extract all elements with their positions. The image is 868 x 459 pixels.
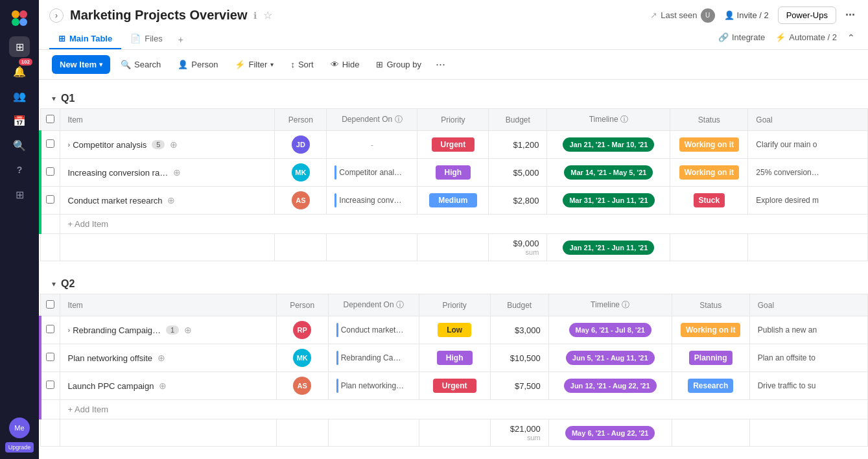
automate-button[interactable]: ⚡ Automate / 2: [775, 32, 837, 42]
add-subitem-icon[interactable]: ⊕: [159, 381, 167, 391]
row-timeline[interactable]: Jun 5, '21 - Aug 11, '21: [548, 344, 672, 372]
row-dep[interactable]: -: [327, 131, 417, 159]
row-status[interactable]: Research: [672, 372, 749, 400]
collapse-tabs-icon[interactable]: ⌃: [847, 32, 855, 43]
star-icon[interactable]: ☆: [263, 9, 272, 21]
hide-button[interactable]: 👁 Hide: [324, 56, 366, 73]
row-status[interactable]: Working on it: [672, 316, 749, 344]
row-status[interactable]: Working on it: [670, 131, 748, 159]
row-budget[interactable]: $3,000: [490, 316, 548, 344]
row-timeline[interactable]: May 6, '21 - Jul 8, '21: [548, 316, 672, 344]
group-q2-header[interactable]: ▾ Q2: [39, 274, 868, 294]
collapse-button[interactable]: ›: [49, 8, 64, 23]
row-goal[interactable]: Plan an offsite to: [749, 344, 867, 372]
row-priority[interactable]: Urgent: [419, 372, 490, 400]
tab-add-button[interactable]: +: [172, 30, 190, 49]
col-check-q2[interactable]: [40, 294, 60, 316]
new-item-button[interactable]: New Item ▾: [52, 55, 110, 74]
add-subitem-icon[interactable]: ⊕: [158, 353, 165, 363]
row-timeline[interactable]: Mar 31, '21 - Jun 11, '21: [547, 187, 670, 215]
sidebar-team-icon[interactable]: 👥: [9, 86, 30, 106]
row-priority[interactable]: Low: [419, 316, 490, 344]
row-item[interactable]: › Competitor analysis 5 ⊕: [60, 131, 275, 159]
row-budget[interactable]: $5,000: [489, 159, 547, 187]
add-subitem-icon[interactable]: ⊕: [173, 167, 181, 178]
group-q1-chevron[interactable]: ▾: [52, 94, 56, 103]
row-status[interactable]: Stuck: [670, 187, 748, 215]
filter-button[interactable]: ⚡ Filter ▾: [228, 56, 280, 73]
info-icon[interactable]: ℹ: [253, 10, 257, 21]
row-status[interactable]: Working on it: [670, 159, 748, 187]
row-budget[interactable]: $7,500: [490, 372, 548, 400]
row-goal[interactable]: 25% conversion…: [748, 159, 868, 187]
row-checkbox[interactable]: [40, 372, 60, 400]
tab-files[interactable]: 📄 Files: [121, 29, 171, 49]
sidebar-logo[interactable]: [8, 6, 31, 30]
toolbar-more-icon[interactable]: ···: [432, 55, 449, 74]
invite-button[interactable]: 👤 Invite / 2: [724, 10, 769, 20]
person-button[interactable]: 👤 Person: [171, 56, 224, 73]
row-person[interactable]: MK: [275, 159, 327, 187]
row-checkbox[interactable]: [40, 316, 60, 344]
sort-button[interactable]: ↕ Sort: [284, 56, 320, 73]
expand-icon[interactable]: ›: [68, 326, 71, 334]
tab-main-table[interactable]: ⊞ Main Table: [49, 29, 121, 49]
row-goal[interactable]: Clarify our main o: [748, 131, 868, 159]
row-person[interactable]: RP: [276, 316, 328, 344]
add-subitem-icon[interactable]: ⊕: [184, 325, 192, 335]
row-checkbox[interactable]: [40, 344, 60, 372]
row-goal[interactable]: Publish a new an: [749, 316, 867, 344]
row-status[interactable]: Planning: [672, 344, 749, 372]
row-dep[interactable]: Conduct market…: [328, 316, 419, 344]
sidebar-notification-icon[interactable]: 🔔 102: [9, 61, 30, 82]
row-person[interactable]: AS: [275, 187, 327, 215]
row-dep[interactable]: Competitor anal…: [327, 159, 417, 187]
row-item[interactable]: › Rebranding Campaig… 1 ⊕: [60, 316, 276, 344]
row-priority[interactable]: High: [417, 159, 489, 187]
add-subitem-icon[interactable]: ⊕: [170, 139, 178, 150]
upgrade-button[interactable]: Upgrade: [5, 442, 34, 453]
row-budget[interactable]: $2,800: [489, 187, 547, 215]
row-item[interactable]: Conduct market research ⊕: [60, 187, 275, 215]
row-checkbox[interactable]: [40, 131, 60, 159]
add-item-button[interactable]: + Add Item: [60, 215, 868, 234]
integrate-button[interactable]: 🔗 Integrate: [718, 32, 765, 42]
row-timeline[interactable]: Mar 14, '21 - May 5, '21: [547, 159, 670, 187]
row-person[interactable]: AS: [276, 372, 328, 400]
group-q1-header[interactable]: ▾ Q1: [39, 89, 868, 108]
more-options-icon[interactable]: ···: [845, 8, 855, 22]
row-dep[interactable]: Plan networking…: [328, 372, 419, 400]
row-item[interactable]: Launch PPC campaign ⊕: [60, 372, 276, 400]
row-timeline[interactable]: Jan 21, '21 - Mar 10, '21: [547, 131, 670, 159]
search-button[interactable]: 🔍 Search: [114, 56, 167, 73]
add-item-row[interactable]: + Add Item: [40, 400, 868, 419]
group-by-button[interactable]: ⊞ Group by: [369, 56, 427, 73]
row-dep[interactable]: Increasing conv…: [327, 187, 417, 215]
add-item-button[interactable]: + Add Item: [60, 400, 868, 419]
sidebar-apps-icon[interactable]: ⊞: [9, 184, 30, 205]
sidebar-search-icon[interactable]: 🔍: [9, 135, 30, 156]
sidebar-help-icon[interactable]: ?: [9, 159, 30, 180]
row-goal[interactable]: Drive traffic to su: [749, 372, 867, 400]
power-ups-button[interactable]: Power-Ups: [778, 6, 836, 24]
select-all-q1[interactable]: [46, 115, 54, 123]
expand-icon[interactable]: ›: [68, 141, 71, 148]
row-dep[interactable]: Rebranding Ca…: [328, 344, 419, 372]
add-item-row[interactable]: + Add Item: [40, 215, 868, 234]
row-priority[interactable]: Medium: [417, 187, 489, 215]
row-person[interactable]: JD: [275, 131, 327, 159]
add-subitem-icon[interactable]: ⊕: [167, 195, 175, 206]
row-checkbox[interactable]: [40, 187, 60, 215]
group-q2-chevron[interactable]: ▾: [52, 279, 56, 288]
row-priority[interactable]: High: [419, 344, 490, 372]
row-budget[interactable]: $10,500: [490, 344, 548, 372]
row-item[interactable]: Plan networking offsite ⊕: [60, 344, 276, 372]
col-check-q1[interactable]: [40, 109, 60, 131]
sidebar-avatar[interactable]: Me: [9, 418, 30, 438]
row-goal[interactable]: Explore desired m: [748, 187, 868, 215]
sidebar-calendar-icon[interactable]: 📅: [9, 110, 30, 131]
row-priority[interactable]: Urgent: [417, 131, 489, 159]
row-item[interactable]: Increasing conversion ra… ⊕: [60, 159, 275, 187]
row-checkbox[interactable]: [40, 159, 60, 187]
row-person[interactable]: MK: [276, 344, 328, 372]
